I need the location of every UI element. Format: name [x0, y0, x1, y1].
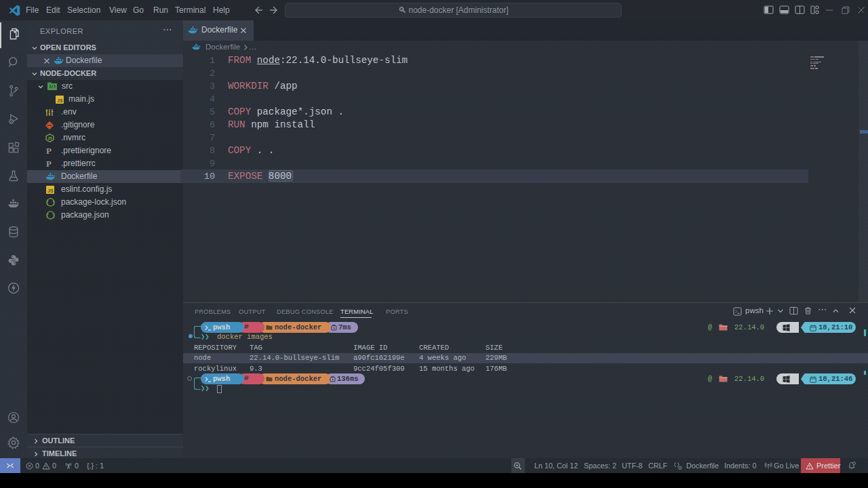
svg-text:{ }: { }: [46, 200, 55, 205]
svg-text:{ }: { }: [46, 213, 55, 218]
svg-text:JS: JS: [47, 136, 52, 140]
svg-text:JS: JS: [57, 98, 63, 102]
svg-text:JS: JS: [47, 188, 54, 192]
svg-text:P: P: [46, 159, 52, 168]
svg-text:P: P: [46, 146, 52, 155]
